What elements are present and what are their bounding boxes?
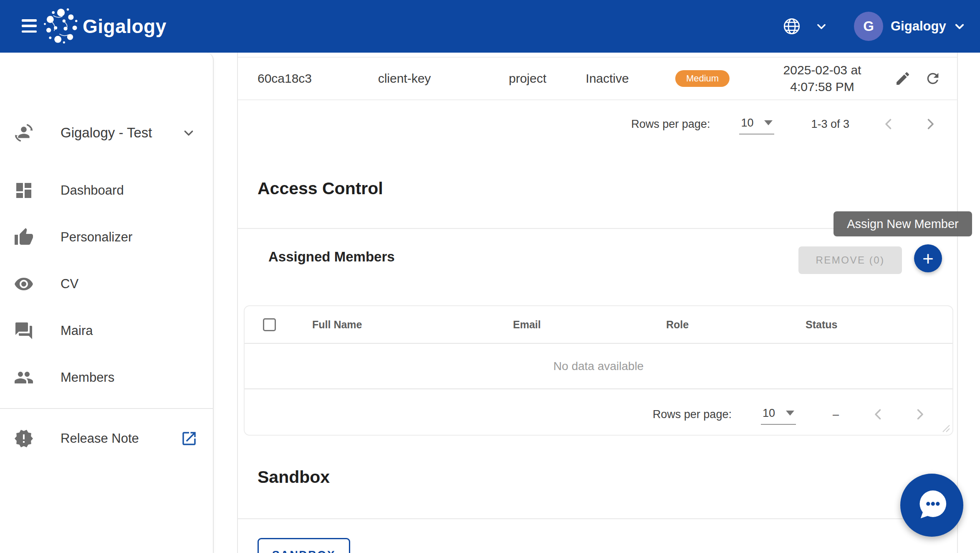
updated-date: 2025-02-03 at — [783, 63, 861, 77]
next-page-button[interactable] — [912, 407, 927, 422]
previous-page-button[interactable] — [881, 117, 896, 132]
page-range: 1-3 of 3 — [811, 118, 849, 131]
globe-icon — [782, 17, 801, 36]
chevron-right-icon — [923, 117, 938, 132]
sandbox-button[interactable]: SANDBOX — [258, 538, 350, 553]
api-keys-pagination: Rows per page: 10 1-3 of 3 — [631, 111, 938, 137]
sidebar-divider — [0, 408, 214, 409]
sidebar-item-maira[interactable]: Maira — [0, 310, 214, 352]
chevron-down-icon — [816, 20, 827, 32]
app-header: Gigalogy G Gigalogy — [0, 0, 980, 53]
assign-member-button[interactable]: + — [914, 244, 942, 272]
main-content: 60ca18c3 client-key project Inactive Med… — [237, 53, 958, 553]
org-name: Gigalogy - Test — [61, 125, 152, 141]
column-header-role: Role — [666, 319, 689, 331]
page-range: – — [833, 408, 839, 421]
resize-handle[interactable] — [941, 424, 950, 433]
hamburger-menu-icon[interactable] — [22, 19, 37, 33]
chevron-left-icon — [881, 117, 896, 132]
account-name: Gigalogy — [891, 19, 946, 34]
eye-icon — [14, 274, 34, 294]
remove-members-button[interactable]: REMOVE (0) — [798, 246, 902, 274]
sidebar-item-release-note[interactable]: Release Note — [0, 418, 214, 459]
sidebar-item-label: Dashboard — [61, 183, 124, 198]
next-page-button[interactable] — [923, 117, 938, 132]
select-arrow-icon — [764, 120, 773, 125]
chat-icon — [14, 321, 34, 341]
edit-button[interactable] — [894, 70, 911, 87]
avatar: G — [854, 12, 883, 41]
assigned-members-title: Assigned Members — [268, 249, 395, 265]
dashboard-icon — [14, 180, 34, 200]
thumb-up-icon — [14, 227, 34, 247]
language-selector[interactable] — [782, 15, 827, 38]
people-icon — [14, 368, 34, 388]
rows-per-page-value: 10 — [741, 117, 753, 129]
api-key-status-cell: Inactive — [586, 71, 629, 86]
table-header-row: Full Name Email Role Status — [245, 306, 952, 344]
select-all-checkbox[interactable] — [263, 318, 276, 331]
chevron-down-icon — [182, 127, 195, 139]
sidebar: Gigalogy - Test Dashboard Personalizer C… — [0, 53, 214, 553]
sidebar-item-label: Members — [61, 370, 114, 385]
api-key-table-row[interactable]: 60ca18c3 client-key project Inactive Med… — [238, 57, 957, 100]
chevron-down-icon — [954, 20, 965, 32]
sidebar-item-label: Maira — [61, 323, 93, 338]
rows-per-page-select[interactable]: 10 — [761, 404, 796, 425]
sandbox-title: Sandbox — [258, 467, 330, 487]
account-switch-icon — [14, 123, 34, 143]
sidebar-item-label: Personalizer — [61, 230, 132, 245]
chevron-right-icon — [912, 407, 927, 422]
empty-table-message: No data available — [245, 344, 952, 389]
updated-time: 4:07:58 PM — [790, 80, 854, 94]
previous-page-button[interactable] — [871, 407, 886, 422]
select-arrow-icon — [786, 411, 794, 416]
sidebar-item-cv[interactable]: CV — [0, 263, 214, 305]
column-header-status: Status — [806, 319, 837, 331]
section-divider — [238, 518, 957, 519]
level-badge: Medium — [675, 70, 730, 87]
sidebar-item-label: Release Note — [61, 431, 139, 446]
assigned-members-table: Full Name Email Role Status No data avai… — [244, 305, 953, 436]
rows-per-page-select[interactable]: 10 — [739, 114, 774, 134]
rows-per-page-value: 10 — [763, 407, 775, 420]
org-switcher[interactable]: Gigalogy - Test — [0, 112, 214, 154]
column-header-email: Email — [513, 319, 541, 331]
account-menu[interactable]: G Gigalogy — [854, 11, 965, 42]
api-key-scope-cell: project — [509, 71, 546, 86]
sidebar-item-members[interactable]: Members — [0, 357, 214, 398]
chat-bubble-icon — [913, 486, 951, 525]
sidebar-item-dashboard[interactable]: Dashboard — [0, 170, 214, 211]
rows-per-page-label: Rows per page: — [631, 118, 710, 131]
external-link-icon[interactable] — [180, 430, 198, 447]
sidebar-item-label: CV — [61, 276, 78, 292]
brand-logo[interactable]: Gigalogy — [43, 6, 167, 47]
members-pagination: Rows per page: 10 – — [653, 401, 927, 427]
rows-per-page-label: Rows per page: — [653, 408, 732, 421]
tooltip-text: Assign New Member — [847, 217, 959, 231]
access-control-title: Access Control — [258, 179, 383, 198]
api-key-type-cell: client-key — [378, 71, 431, 86]
column-header-full-name: Full Name — [312, 319, 362, 331]
new-release-icon — [14, 429, 34, 449]
pencil-icon — [894, 70, 911, 87]
refresh-icon — [924, 70, 941, 87]
updated-at-cell: 2025-02-03 at 4:07:58 PM — [783, 62, 861, 95]
chat-fab-button[interactable] — [900, 474, 963, 537]
chevron-left-icon — [871, 407, 886, 422]
sidebar-item-personalizer[interactable]: Personalizer — [0, 216, 214, 258]
assign-member-tooltip: Assign New Member — [834, 211, 972, 236]
gigalogy-logo-icon — [43, 6, 79, 47]
brand-name: Gigalogy — [83, 15, 167, 38]
api-key-id-cell: 60ca18c3 — [258, 71, 312, 86]
regenerate-button[interactable] — [924, 70, 941, 87]
app-root: Gigalogy G Gigalogy Gigalogy - Test — [0, 0, 980, 553]
